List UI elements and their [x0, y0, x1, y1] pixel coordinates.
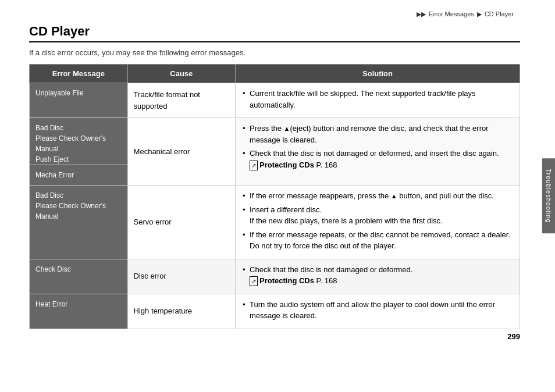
solution-cell: Check that the disc is not damaged or de… [236, 259, 520, 294]
breadcrumb-arrow2: ▶ [477, 10, 482, 17]
breadcrumb: ▶▶ Error Messages ▶ CD Player [29, 10, 520, 18]
error-message-text: Heat Error [35, 299, 122, 309]
error-message-text: Please Check Owner's Manual [35, 201, 122, 222]
cause-cell: Track/file format not supported [127, 83, 235, 118]
breadcrumb-arrows: ▶▶ [417, 10, 426, 17]
ref-icon: ↗ [250, 276, 258, 286]
ref-text: Protecting CDs [259, 161, 314, 169]
error-table: Error Message Cause Solution Unplayable … [29, 64, 520, 329]
solution-item: If the error message reappears, press th… [241, 190, 514, 202]
breadcrumb-section: Error Messages [429, 10, 474, 17]
error-message-text: Unplayable File [35, 88, 122, 98]
error-message-cell: Check Disc [30, 259, 128, 294]
error-message-text: Mecha Error [35, 170, 122, 180]
solution-item: Turn the audio system off and allow the … [241, 299, 514, 322]
error-message-cell: Unplayable File [30, 83, 128, 118]
col-header-solution: Solution [236, 65, 520, 83]
error-message-cell: Mecha Error [30, 165, 128, 186]
solution-item: If the error message repeats, or the dis… [241, 229, 514, 252]
solution-item: Press the ▲(eject) button and remove the… [241, 123, 514, 145]
breadcrumb-page: CD Player [485, 10, 514, 17]
error-message-cell: Heat Error [30, 294, 128, 329]
eject-symbol: ▲ [391, 191, 397, 201]
ref-icon: ↗ [250, 161, 258, 170]
solution-item: Insert a different disc.If the new disc … [241, 204, 514, 227]
solution-item: Check that the disc is not damaged or de… [241, 148, 514, 170]
solution-cell: Press the ▲(eject) button and remove the… [236, 118, 520, 186]
table-row: Bad Disc Please Check Owner's Manual Ser… [30, 186, 520, 259]
error-message-text: Push Eject [35, 154, 122, 165]
error-message-text: Please Check Owner's Manual [35, 133, 122, 154]
table-row: Unplayable File Track/file format not su… [30, 83, 520, 118]
col-header-error-message: Error Message [30, 65, 128, 83]
solution-cell: If the error message reappears, press th… [236, 186, 520, 259]
solution-item: Check that the disc is not damaged or de… [241, 264, 514, 287]
col-header-cause: Cause [127, 65, 235, 83]
cause-cell: Mechanical error [127, 118, 235, 186]
error-message-text: Check Disc [35, 264, 122, 275]
eject-symbol: ▲ [284, 124, 290, 134]
intro-text: If a disc error occurs, you may see the … [29, 48, 520, 57]
side-tab: Troubleshooting [542, 158, 555, 233]
solution-cell: Turn the audio system off and allow the … [236, 294, 520, 329]
error-message-text: Bad Disc [35, 190, 122, 201]
side-tab-label: Troubleshooting [545, 169, 552, 223]
error-message-text: Bad Disc [35, 123, 122, 133]
cause-cell: Servo error [127, 186, 235, 259]
table-row: Check Disc Disc error Check that the dis… [30, 259, 520, 294]
error-message-cell: Bad Disc Please Check Owner's Manual [30, 186, 128, 259]
cause-cell: High temperature [127, 294, 235, 329]
table-row: Bad Disc Please Check Owner's Manual Pus… [30, 118, 520, 165]
solution-item: Current track/file will be skipped. The … [241, 88, 514, 111]
table-row: Heat Error High temperature Turn the aud… [30, 294, 520, 329]
page-number: 299 [507, 332, 520, 341]
error-message-cell: Bad Disc Please Check Owner's Manual Pus… [30, 118, 128, 165]
solution-cell: Current track/file will be skipped. The … [236, 83, 520, 118]
ref-text: Protecting CDs [259, 276, 314, 285]
cause-cell: Disc error [127, 259, 235, 294]
page-title: CD Player [29, 24, 520, 42]
